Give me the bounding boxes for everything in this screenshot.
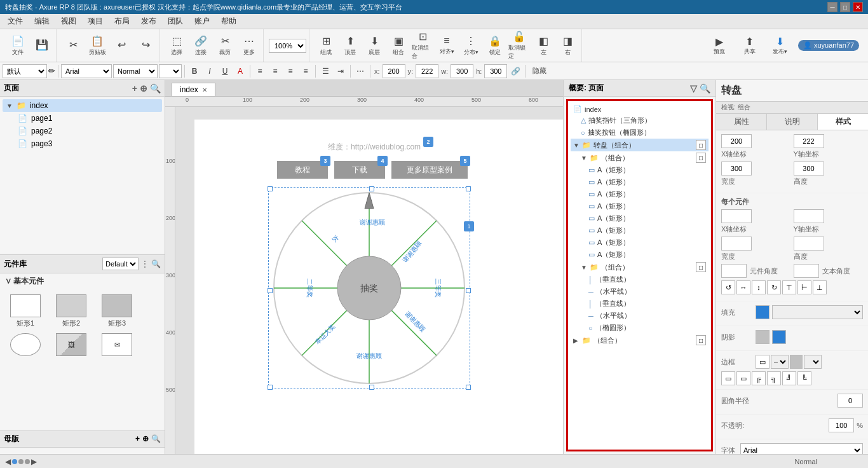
more-format-button[interactable]: ⋯ bbox=[353, 64, 367, 78]
widget-category-basic[interactable]: ∨ 基本元件 bbox=[0, 273, 165, 289]
page-item-index[interactable]: ▼ 📁 index bbox=[3, 99, 162, 112]
menu-team[interactable]: 团队 bbox=[163, 15, 188, 28]
align-left-button[interactable]: ≡ bbox=[253, 64, 267, 78]
widget-rect2[interactable]: 矩形2 bbox=[51, 294, 92, 328]
list-button[interactable]: ☰ bbox=[318, 64, 332, 78]
maximize-button[interactable]: □ bbox=[840, 2, 850, 12]
toolbar-lock[interactable]: 🔒 锁定 bbox=[484, 32, 506, 60]
tab-close-button[interactable]: ✕ bbox=[202, 86, 207, 93]
toolbar-crop[interactable]: ✂ 裁剪 bbox=[214, 32, 236, 60]
outline-turntable[interactable]: ▼ 📁 转盘（组合） □ bbox=[571, 139, 709, 151]
font-select[interactable]: Arial bbox=[61, 64, 112, 78]
outline-vline2[interactable]: │ （垂直线） bbox=[571, 298, 709, 310]
toolbar-distribute[interactable]: ⋮ 分布▾ bbox=[459, 32, 482, 60]
spinner-wheel[interactable]: 1 bbox=[271, 189, 468, 387]
y-input[interactable] bbox=[416, 64, 438, 78]
fill-color-swatch[interactable] bbox=[756, 305, 770, 319]
outline-hline2[interactable]: ─ （水平线） bbox=[571, 310, 709, 322]
border-style-select[interactable]: ─ bbox=[771, 355, 789, 369]
angle-input[interactable] bbox=[721, 264, 747, 278]
download-button[interactable]: 下载 4 bbox=[334, 161, 385, 179]
h-input[interactable] bbox=[484, 64, 507, 78]
toolbar-copy[interactable]: 📋 剪贴板 bbox=[86, 32, 109, 60]
share-button[interactable]: ⬆ 共享 bbox=[737, 36, 763, 56]
outline-group3[interactable]: ▶ 📁 （组合） □ bbox=[571, 334, 709, 347]
align-right-button[interactable]: ≡ bbox=[283, 64, 297, 78]
outline-vline1[interactable]: │ （垂直线） bbox=[571, 273, 709, 286]
indent-button[interactable]: ⇥ bbox=[334, 64, 348, 78]
toolbar-unlock[interactable]: 🔓 取消锁定 bbox=[508, 32, 531, 60]
outline-a8[interactable]: ▭ A（矩形） bbox=[571, 249, 709, 261]
menu-publish[interactable]: 发布 bbox=[136, 15, 161, 28]
scroll-right-btn[interactable]: ▶ bbox=[31, 457, 37, 466]
outline-a7[interactable]: ▭ A（矩形） bbox=[571, 237, 709, 249]
toolbar-select[interactable]: ⬚ 选择 bbox=[165, 32, 188, 60]
menu-view[interactable]: 视图 bbox=[56, 15, 81, 28]
canvas-content[interactable]: 100 200 300 400 500 维度：http://weidublog.… bbox=[165, 107, 563, 454]
per-y-input[interactable] bbox=[794, 209, 824, 223]
page-item-page3[interactable]: 📄 page3 bbox=[3, 137, 162, 150]
per-h-input[interactable] bbox=[794, 237, 824, 251]
outline-a4[interactable]: ▭ A（矩形） bbox=[571, 200, 709, 212]
fill-type-select[interactable] bbox=[772, 305, 863, 319]
color-button[interactable]: A bbox=[233, 64, 247, 78]
menu-edit[interactable]: 编辑 bbox=[29, 15, 55, 28]
minimize-button[interactable]: ─ bbox=[827, 2, 837, 12]
tutorial-button[interactable]: 教程 3 bbox=[277, 161, 328, 179]
border-custom1-btn[interactable]: ╗ bbox=[767, 371, 781, 385]
toolbar-layer[interactable]: ⬇ 底层 bbox=[363, 32, 386, 60]
rotate-cw-btn[interactable]: ↻ bbox=[767, 280, 781, 294]
text-angle-input[interactable] bbox=[794, 264, 819, 278]
shadow-color-swatch[interactable] bbox=[756, 330, 770, 344]
corner-input[interactable] bbox=[837, 394, 863, 408]
toolbar-undo[interactable]: ↩ bbox=[110, 32, 133, 60]
w-input[interactable] bbox=[451, 64, 473, 78]
outline-btn[interactable]: ○ 抽奖按钮（椭圆形） bbox=[571, 127, 709, 139]
hide-button[interactable]: 隐藏 bbox=[528, 64, 551, 78]
props-h-input[interactable] bbox=[794, 162, 824, 176]
widget-image[interactable]: 🖼 bbox=[51, 333, 92, 357]
per-w-input[interactable] bbox=[721, 237, 752, 251]
outline-search-icon[interactable]: 🔍 bbox=[700, 83, 710, 93]
master-add-icon[interactable]: + bbox=[135, 434, 140, 443]
border-custom2-btn[interactable]: ╝ bbox=[782, 371, 796, 385]
page-dot-3[interactable] bbox=[25, 459, 30, 464]
rotate-left-btn[interactable]: ↺ bbox=[721, 280, 735, 294]
menu-layout[interactable]: 布局 bbox=[109, 15, 135, 28]
menu-account[interactable]: 账户 bbox=[189, 15, 215, 28]
widgets-filter-icon[interactable]: 🔍 bbox=[151, 259, 161, 268]
props-w-input[interactable] bbox=[721, 162, 752, 176]
menu-file[interactable]: 文件 bbox=[3, 15, 28, 28]
outline-group2[interactable]: ▼ 📁 （组合） □ bbox=[571, 261, 709, 273]
outline-arrow[interactable]: △ 抽奖指针（三角形） bbox=[571, 114, 709, 127]
menu-help[interactable]: 帮助 bbox=[216, 15, 241, 28]
pages-search-icon[interactable]: 🔍 bbox=[150, 83, 161, 93]
pages-add-icon[interactable]: + bbox=[132, 83, 137, 93]
pages-duplicate-icon[interactable]: ⊕ bbox=[140, 83, 147, 93]
border-width-select[interactable] bbox=[804, 355, 822, 369]
align-center-button[interactable]: ≡ bbox=[268, 64, 282, 78]
border-inner-btn[interactable]: ▭ bbox=[721, 371, 735, 385]
toolbar-redo[interactable]: ↪ bbox=[134, 32, 157, 60]
toolbar-align[interactable]: ≡ 对齐▾ bbox=[435, 32, 458, 60]
align-top-btn[interactable]: ⊤ bbox=[782, 280, 796, 294]
tab-style[interactable]: 样式 bbox=[818, 114, 868, 130]
menu-project[interactable]: 项目 bbox=[83, 15, 108, 28]
close-button[interactable]: ✕ bbox=[853, 2, 863, 12]
align-mid-btn[interactable]: ⊢ bbox=[797, 280, 811, 294]
master-dup-icon[interactable]: ⊕ bbox=[142, 434, 149, 443]
border-custom3-btn[interactable]: ╚ bbox=[797, 371, 811, 385]
border-all-btn[interactable]: ▭ bbox=[756, 355, 770, 369]
outline-a2[interactable]: ▭ A（矩形） bbox=[571, 176, 709, 188]
toolbar-group[interactable]: ▣ 组合 bbox=[387, 32, 410, 60]
page-dot-2[interactable] bbox=[18, 459, 24, 464]
outline-hline1[interactable]: ─ （水平线） bbox=[571, 286, 709, 298]
border-outer-btn[interactable]: ▭ bbox=[736, 371, 750, 385]
more-examples-button[interactable]: 更多原型案例 5 bbox=[391, 161, 468, 179]
link-wh-button[interactable]: 🔗 bbox=[508, 64, 522, 78]
tab-props[interactable]: 属性 bbox=[716, 114, 767, 130]
outline-index[interactable]: 📄 index bbox=[571, 104, 709, 114]
italic-button[interactable]: I bbox=[203, 64, 217, 78]
master-search-icon[interactable]: 🔍 bbox=[151, 434, 161, 443]
toolbar-build[interactable]: ⊞ 组成 bbox=[315, 32, 337, 60]
